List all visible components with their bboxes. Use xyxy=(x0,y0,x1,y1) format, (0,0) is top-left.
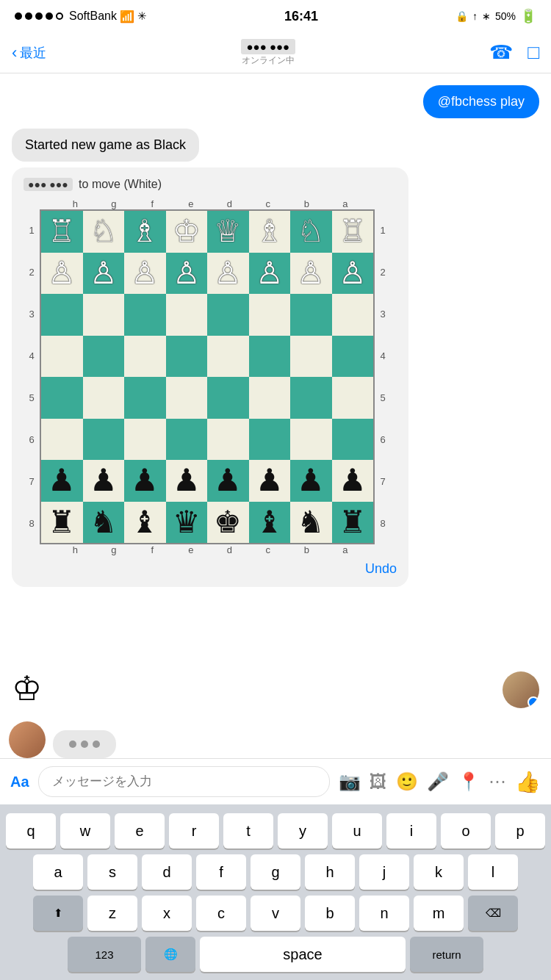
key-j[interactable]: j xyxy=(359,854,409,890)
cell-4-0[interactable]: ♕ xyxy=(207,211,249,253)
key-shift[interactable]: ⬆ xyxy=(33,896,83,931)
cell-5-3[interactable] xyxy=(249,336,291,378)
cell-2-1[interactable]: ♙ xyxy=(124,253,166,295)
cell-0-3[interactable] xyxy=(41,336,83,378)
cell-6-0[interactable]: ♘ xyxy=(290,211,332,253)
call-icon[interactable]: ☎ xyxy=(489,41,513,64)
key-return[interactable]: return xyxy=(410,937,483,972)
cell-3-4[interactable] xyxy=(166,377,208,419)
cell-2-2[interactable] xyxy=(124,294,166,336)
cell-7-4[interactable] xyxy=(332,377,374,419)
key-t[interactable]: t xyxy=(223,813,273,849)
cell-0-6[interactable]: ♟ xyxy=(41,460,83,502)
cell-6-3[interactable] xyxy=(290,336,332,378)
key-m[interactable]: m xyxy=(414,896,464,931)
cell-2-5[interactable] xyxy=(124,419,166,461)
cell-5-7[interactable]: ♝ xyxy=(249,502,291,544)
key-emoji[interactable]: 🌐 xyxy=(145,937,195,972)
key-space[interactable]: space xyxy=(200,937,406,972)
more-icon[interactable]: ⋯ xyxy=(489,771,506,792)
image-icon[interactable]: 🖼 xyxy=(370,771,387,792)
chess-board[interactable]: ♖♘♗♔♕♗♘♖♙♙♙♙♙♙♙♙♟♟♟♟♟♟♟♟♜♞♝♛♚♝♞♜ xyxy=(40,209,375,544)
cell-0-2[interactable] xyxy=(41,294,83,336)
cell-7-2[interactable] xyxy=(332,294,374,336)
cell-1-7[interactable]: ♞ xyxy=(83,502,125,544)
key-q[interactable]: q xyxy=(6,813,56,849)
back-button[interactable]: ‹ 最近 xyxy=(12,43,46,62)
key-e[interactable]: e xyxy=(115,813,165,849)
key-o[interactable]: o xyxy=(441,813,491,849)
cell-7-0[interactable]: ♖ xyxy=(332,211,374,253)
cell-6-5[interactable] xyxy=(290,419,332,461)
cell-6-4[interactable] xyxy=(290,377,332,419)
cell-1-2[interactable] xyxy=(83,294,125,336)
cell-0-1[interactable]: ♙ xyxy=(41,253,83,295)
key-f[interactable]: f xyxy=(196,854,246,890)
cell-6-2[interactable] xyxy=(290,294,332,336)
cell-5-1[interactable]: ♙ xyxy=(249,253,291,295)
cell-3-2[interactable] xyxy=(166,294,208,336)
emoji-icon[interactable]: 🙂 xyxy=(396,771,418,792)
cell-1-6[interactable]: ♟ xyxy=(83,460,125,502)
key-n[interactable]: n xyxy=(359,896,409,931)
cell-2-0[interactable]: ♗ xyxy=(124,211,166,253)
cell-7-7[interactable]: ♜ xyxy=(332,502,374,544)
key-i[interactable]: i xyxy=(386,813,436,849)
cell-5-4[interactable] xyxy=(249,377,291,419)
key-backspace[interactable]: ⌫ xyxy=(468,896,518,931)
key-s[interactable]: s xyxy=(87,854,137,890)
cell-7-6[interactable]: ♟ xyxy=(332,460,374,502)
cell-1-3[interactable] xyxy=(83,336,125,378)
cell-1-5[interactable] xyxy=(83,419,125,461)
key-y[interactable]: y xyxy=(278,813,328,849)
key-123[interactable]: 123 xyxy=(68,937,141,972)
cell-2-4[interactable] xyxy=(124,377,166,419)
cell-0-4[interactable] xyxy=(41,377,83,419)
undo-button[interactable]: Undo xyxy=(365,561,397,577)
key-v[interactable]: v xyxy=(251,896,300,931)
cell-5-0[interactable]: ♗ xyxy=(249,211,291,253)
contact-name[interactable]: ●●● ●●● xyxy=(241,39,296,54)
cell-0-7[interactable]: ♜ xyxy=(41,502,83,544)
cell-7-5[interactable] xyxy=(332,419,374,461)
cell-4-3[interactable] xyxy=(207,336,249,378)
key-w[interactable]: w xyxy=(60,813,110,849)
cell-1-1[interactable]: ♙ xyxy=(83,253,125,295)
camera-icon[interactable]: 📷 xyxy=(339,771,361,792)
cell-5-5[interactable] xyxy=(249,419,291,461)
key-k[interactable]: k xyxy=(414,854,464,890)
cell-1-4[interactable] xyxy=(83,377,125,419)
cell-3-3[interactable] xyxy=(166,336,208,378)
key-a[interactable]: a xyxy=(33,854,83,890)
cell-7-3[interactable] xyxy=(332,336,374,378)
key-g[interactable]: g xyxy=(251,854,300,890)
message-input[interactable] xyxy=(38,766,330,797)
key-b[interactable]: b xyxy=(305,896,355,931)
key-l[interactable]: l xyxy=(468,854,518,890)
key-r[interactable]: r xyxy=(169,813,219,849)
cell-1-0[interactable]: ♘ xyxy=(83,211,125,253)
cell-0-5[interactable] xyxy=(41,419,83,461)
cell-3-1[interactable]: ♙ xyxy=(166,253,208,295)
cell-5-6[interactable]: ♟ xyxy=(249,460,291,502)
thumbsup-icon[interactable]: 👍 xyxy=(515,770,541,794)
key-d[interactable]: d xyxy=(142,854,192,890)
cell-3-0[interactable]: ♔ xyxy=(166,211,208,253)
cell-2-6[interactable]: ♟ xyxy=(124,460,166,502)
cell-4-2[interactable] xyxy=(207,294,249,336)
cell-7-1[interactable]: ♙ xyxy=(332,253,374,295)
video-icon[interactable]: □ xyxy=(527,41,539,64)
cell-4-7[interactable]: ♚ xyxy=(207,502,249,544)
key-z[interactable]: z xyxy=(87,896,137,931)
cell-4-5[interactable] xyxy=(207,419,249,461)
cell-0-0[interactable]: ♖ xyxy=(41,211,83,253)
cell-4-1[interactable]: ♙ xyxy=(207,253,249,295)
location-icon[interactable]: 📍 xyxy=(458,771,480,792)
mic-icon[interactable]: 🎤 xyxy=(427,771,449,792)
key-p[interactable]: p xyxy=(495,813,545,849)
key-u[interactable]: u xyxy=(332,813,382,849)
key-c[interactable]: c xyxy=(196,896,246,931)
cell-4-4[interactable] xyxy=(207,377,249,419)
cell-3-7[interactable]: ♛ xyxy=(166,502,208,544)
cell-3-5[interactable] xyxy=(166,419,208,461)
